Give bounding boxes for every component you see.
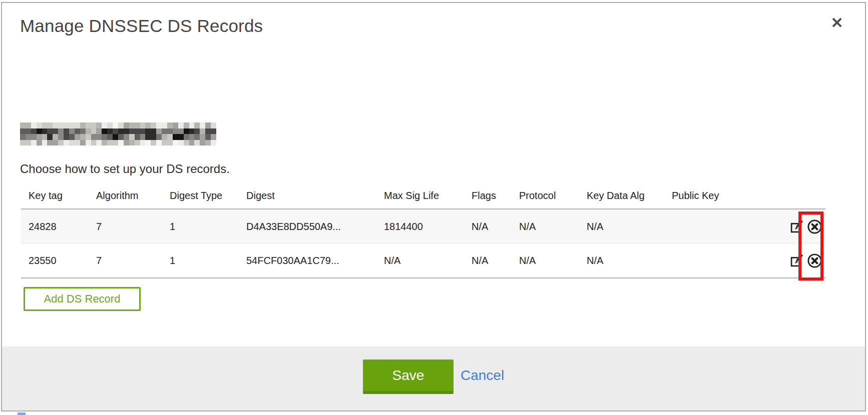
mosaic-pixel: [156, 140, 162, 146]
mosaic-pixel: [75, 134, 80, 140]
mosaic-pixel: [124, 134, 129, 140]
mosaic-pixel: [140, 122, 146, 128]
row-actions: [781, 253, 825, 268]
mosaic-pixel: [20, 122, 26, 128]
cell-flags: N/A: [464, 255, 512, 266]
mosaic-pixel: [156, 122, 162, 128]
mosaic-pixel: [124, 140, 129, 146]
close-icon[interactable]: ✕: [827, 13, 847, 33]
table-row: 24828 7 1 D4A33E8DD550A9... 1814400 N/A …: [21, 210, 825, 244]
mosaic-pixel: [91, 134, 97, 140]
mosaic-pixel: [211, 122, 216, 128]
col-header-protocol: Protocol: [512, 190, 579, 202]
mosaic-pixel: [189, 140, 195, 146]
mosaic-pixel: [58, 128, 64, 134]
delete-record-icon[interactable]: [807, 253, 822, 268]
mosaic-pixel: [58, 122, 64, 128]
mosaic-pixel: [200, 134, 205, 140]
col-header-max-sig-life: Max Sig Life: [376, 190, 464, 202]
mosaic-pixel: [194, 128, 200, 134]
mosaic-pixel: [129, 128, 135, 134]
mosaic-pixel: [47, 122, 53, 128]
mosaic-pixel: [20, 128, 26, 134]
add-ds-record-button[interactable]: Add DS Record: [24, 287, 141, 311]
delete-record-icon[interactable]: [807, 219, 822, 234]
mosaic-pixel: [102, 134, 107, 140]
mosaic-pixel: [211, 140, 216, 146]
page-behind: [0, 412, 868, 415]
mosaic-pixel: [47, 134, 53, 140]
mosaic-pixel: [42, 134, 48, 140]
mosaic-pixel: [31, 128, 37, 134]
cell-max-sig-life: N/A: [376, 255, 464, 266]
mosaic-pixel: [64, 128, 69, 134]
cell-digest-type: 1: [162, 255, 239, 266]
mosaic-pixel: [205, 134, 211, 140]
row-actions: [781, 219, 825, 234]
edit-record-icon[interactable]: [790, 220, 803, 234]
col-header-key-data-alg: Key Data Alg: [579, 190, 664, 202]
mosaic-pixel: [167, 128, 173, 134]
mosaic-pixel: [145, 140, 151, 146]
mosaic-pixel: [53, 128, 58, 134]
mosaic-pixel: [91, 128, 97, 134]
mosaic-pixel: [124, 122, 129, 128]
mosaic-pixel: [140, 140, 146, 146]
mosaic-pixel: [173, 140, 178, 146]
mosaic-pixel: [145, 128, 151, 134]
mosaic-pixel: [205, 140, 211, 146]
ds-records-table: Key tag Algorithm Digest Type Digest Max…: [21, 182, 825, 278]
mosaic-pixel: [118, 122, 124, 128]
mosaic-pixel: [200, 140, 205, 146]
mosaic-pixel: [200, 128, 205, 134]
mosaic-pixel: [31, 140, 37, 146]
mosaic-pixel: [107, 122, 113, 128]
mosaic-pixel: [75, 140, 80, 146]
mosaic-pixel: [80, 140, 86, 146]
mosaic-pixel: [129, 122, 135, 128]
mosaic-pixel: [200, 122, 205, 128]
save-button[interactable]: Save: [363, 360, 454, 394]
mosaic-pixel: [118, 128, 124, 134]
cell-key-data-alg: N/A: [579, 255, 664, 266]
mosaic-pixel: [184, 134, 189, 140]
mosaic-pixel: [135, 140, 140, 146]
mosaic-pixel: [167, 140, 173, 146]
mosaic-pixel: [26, 134, 31, 140]
mosaic-pixel: [96, 134, 102, 140]
cell-flags: N/A: [464, 221, 512, 232]
mosaic-pixel: [107, 140, 113, 146]
mosaic-pixel: [102, 140, 107, 146]
mosaic-pixel: [194, 134, 200, 140]
page-behind-fragment: [18, 412, 26, 415]
mosaic-pixel: [64, 134, 69, 140]
mosaic-pixel: [37, 128, 42, 134]
mosaic-pixel: [184, 128, 189, 134]
mosaic-pixel: [86, 134, 91, 140]
col-header-digest-type: Digest Type: [162, 190, 239, 202]
mosaic-pixel: [135, 122, 140, 128]
cancel-link[interactable]: Cancel: [461, 368, 504, 384]
cell-algorithm: 7: [89, 221, 162, 232]
mosaic-pixel: [113, 122, 118, 128]
manage-dnssec-modal: Manage DNSSEC DS Records ✕ Choose how to…: [1, 2, 866, 412]
mosaic-pixel: [211, 134, 216, 140]
mosaic-pixel: [194, 122, 200, 128]
mosaic-pixel: [69, 140, 75, 146]
mosaic-pixel: [80, 128, 86, 134]
table-row: 23550 7 1 54FCF030AA1C79... N/A N/A N/A …: [21, 244, 825, 278]
mosaic-pixel: [178, 128, 184, 134]
mosaic-pixel: [102, 128, 107, 134]
mosaic-pixel: [47, 128, 53, 134]
mosaic-pixel: [37, 122, 42, 128]
mosaic-pixel: [91, 140, 97, 146]
mosaic-pixel: [107, 134, 113, 140]
cell-digest-type: 1: [162, 221, 239, 232]
mosaic-pixel: [205, 122, 211, 128]
mosaic-pixel: [96, 122, 102, 128]
edit-record-icon[interactable]: [790, 254, 803, 268]
mosaic-pixel: [205, 128, 211, 134]
mosaic-pixel: [140, 128, 146, 134]
cell-digest: 54FCF030AA1C79...: [239, 255, 376, 266]
mosaic-pixel: [178, 140, 184, 146]
